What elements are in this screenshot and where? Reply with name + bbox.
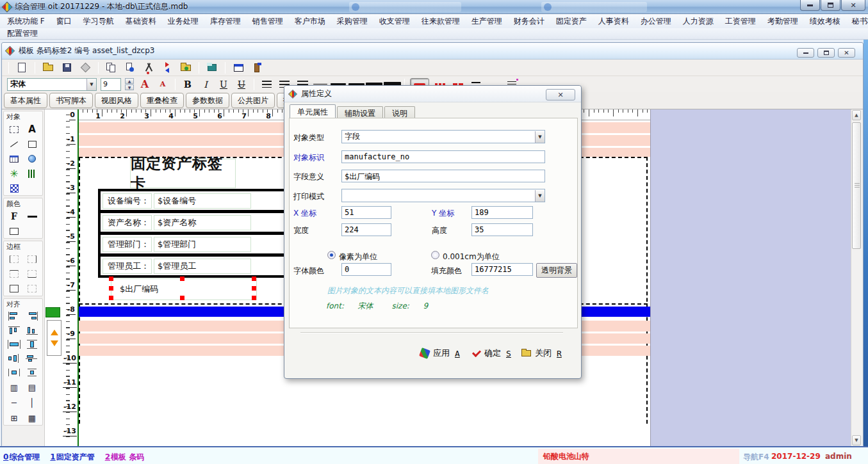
capture-button[interactable] bbox=[205, 61, 219, 74]
menu-item[interactable]: 系统功能 F bbox=[1, 15, 51, 28]
line-tool[interactable] bbox=[7, 139, 21, 149]
width-input[interactable]: 224 bbox=[341, 223, 391, 236]
center-horizontal-tool[interactable] bbox=[8, 340, 20, 349]
align-bottoms-tool[interactable] bbox=[26, 326, 38, 335]
border-top-tool[interactable] bbox=[7, 269, 21, 279]
editor-tab[interactable]: 重叠检查 bbox=[140, 93, 184, 108]
spin-up-icon[interactable]: ▲ bbox=[125, 78, 134, 84]
align-lefts-tool[interactable] bbox=[8, 312, 20, 321]
child-restore-button[interactable] bbox=[817, 48, 835, 58]
select-tool[interactable] bbox=[7, 124, 21, 134]
editor-tab[interactable]: 基本属性 bbox=[4, 93, 47, 108]
object-id-input[interactable]: manufacture_no bbox=[341, 150, 545, 163]
unit-cm-radio[interactable] bbox=[431, 251, 439, 259]
table-tool[interactable] bbox=[7, 154, 21, 164]
cut-button[interactable] bbox=[142, 61, 156, 74]
menu-item[interactable]: 销售管理 bbox=[247, 15, 289, 28]
chevron-down-icon[interactable]: ▼ bbox=[535, 190, 545, 202]
child-minimize-button[interactable] bbox=[797, 48, 814, 58]
art-tool[interactable]: ✳ bbox=[7, 168, 21, 179]
open-button[interactable] bbox=[41, 61, 55, 74]
middle-horizontal-tool[interactable] bbox=[8, 354, 20, 363]
font-color-tool[interactable]: F bbox=[7, 211, 21, 221]
ok-button[interactable]: 确定S bbox=[471, 345, 511, 362]
row-label-cell[interactable]: 管理员工： bbox=[102, 259, 152, 274]
field-meaning-input[interactable]: $出厂编码 bbox=[341, 170, 545, 182]
fill-color-input[interactable]: 16777215 bbox=[471, 263, 533, 276]
row-value-cell[interactable]: $管理部门 bbox=[154, 237, 251, 252]
menu-item[interactable]: 客户市场 bbox=[289, 15, 331, 28]
font-size-input[interactable]: 9 bbox=[101, 78, 121, 91]
apply-button[interactable]: 应用A bbox=[420, 345, 460, 362]
editor-tab[interactable]: 视图风格 bbox=[95, 93, 138, 108]
scroll-down-icon[interactable]: ▼ bbox=[852, 435, 861, 445]
selection-handle[interactable] bbox=[109, 286, 113, 291]
font-size-stepper[interactable]: ▲▼ bbox=[125, 78, 134, 90]
scrollbar-thumb[interactable] bbox=[852, 122, 861, 249]
menu-item[interactable]: 人事资料 bbox=[593, 15, 635, 28]
scroll-up-icon[interactable]: ▲ bbox=[852, 110, 861, 120]
dialog-close-button[interactable]: ✕ bbox=[546, 89, 575, 100]
menu-item[interactable]: 秘书功能 bbox=[846, 15, 868, 28]
row-marker[interactable] bbox=[45, 307, 60, 317]
text-tool[interactable]: A bbox=[25, 124, 39, 134]
space-horizontal-tool[interactable] bbox=[8, 368, 20, 377]
middle-vertical-tool[interactable] bbox=[26, 354, 38, 363]
align-rights-tool[interactable] bbox=[26, 312, 38, 321]
preview-button[interactable] bbox=[78, 61, 92, 74]
menu-item[interactable]: 人力资源 bbox=[677, 15, 719, 28]
italic-button[interactable]: I bbox=[199, 78, 213, 91]
editor-tab[interactable]: 书写脚本 bbox=[49, 93, 93, 108]
image-tool[interactable] bbox=[25, 154, 39, 164]
y-input[interactable]: 189 bbox=[471, 206, 533, 219]
border-bottom-tool[interactable] bbox=[25, 269, 39, 279]
menu-item[interactable]: 收支管理 bbox=[373, 15, 416, 28]
label-title-element[interactable]: 固定资产标签卡 bbox=[130, 159, 236, 188]
editor-tab[interactable]: 参数数据 bbox=[186, 93, 229, 108]
fill-color-tool[interactable] bbox=[7, 226, 21, 236]
menu-item[interactable]: 生产管理 bbox=[466, 15, 508, 28]
vertical-line-tool[interactable]: │ bbox=[25, 397, 39, 408]
font-name-combo[interactable]: 宋体 ▼ bbox=[7, 78, 97, 91]
selection-handle[interactable] bbox=[109, 276, 113, 281]
border-all-tool[interactable] bbox=[7, 284, 21, 294]
barcode-tool[interactable] bbox=[25, 168, 39, 179]
copy-button[interactable] bbox=[104, 61, 119, 74]
print-mode-combo[interactable]: ▼ bbox=[341, 189, 545, 202]
bold-button[interactable]: B bbox=[181, 78, 195, 91]
object-type-combo[interactable]: 字段 ▼ bbox=[341, 130, 545, 143]
same-height-tool[interactable]: ▤ bbox=[25, 382, 39, 392]
exit-button[interactable] bbox=[250, 61, 264, 74]
selection-handle[interactable] bbox=[180, 296, 184, 300]
menu-item[interactable]: 往来款管理 bbox=[416, 15, 466, 28]
x-input[interactable]: 51 bbox=[341, 206, 391, 219]
menu-item[interactable]: 采购管理 bbox=[331, 15, 373, 28]
window-link-main[interactable]: 0综合管理 bbox=[3, 452, 40, 463]
menu-item[interactable]: 工资管理 bbox=[719, 15, 762, 28]
align-left-button[interactable] bbox=[259, 78, 274, 91]
underline-button[interactable]: U bbox=[217, 78, 231, 91]
paste-button[interactable] bbox=[123, 61, 137, 74]
font-color-input[interactable]: 0 bbox=[341, 263, 391, 276]
menu-item[interactable]: 绩效考核 bbox=[804, 15, 846, 28]
unit-pixel-radio[interactable] bbox=[327, 251, 336, 259]
menu-item[interactable]: 窗口 bbox=[51, 15, 78, 28]
window-view-button[interactable] bbox=[231, 61, 245, 74]
restore-button[interactable] bbox=[821, 0, 840, 11]
close-dialog-button[interactable]: 关闭R bbox=[521, 345, 562, 362]
selection-handle[interactable] bbox=[252, 286, 256, 291]
move-down-arrow-icon[interactable] bbox=[51, 340, 58, 346]
selection-handle[interactable] bbox=[109, 296, 113, 300]
line-color-tool[interactable] bbox=[25, 211, 39, 221]
menu-item[interactable]: 办公管理 bbox=[635, 15, 677, 28]
save-button[interactable] bbox=[60, 61, 74, 74]
selection-handle[interactable] bbox=[252, 276, 256, 281]
menu-item[interactable]: 配置管理 bbox=[1, 27, 44, 40]
row-label-cell[interactable]: 设备编号： bbox=[102, 193, 152, 209]
border-none-tool[interactable] bbox=[25, 284, 39, 294]
rect-tool[interactable] bbox=[25, 139, 39, 149]
transparent-bg-button[interactable]: 透明背景 bbox=[536, 263, 577, 278]
border-right-tool[interactable] bbox=[25, 254, 39, 264]
row-value-cell[interactable]: $管理员工 bbox=[154, 259, 251, 274]
align-tops-tool[interactable] bbox=[8, 326, 20, 335]
